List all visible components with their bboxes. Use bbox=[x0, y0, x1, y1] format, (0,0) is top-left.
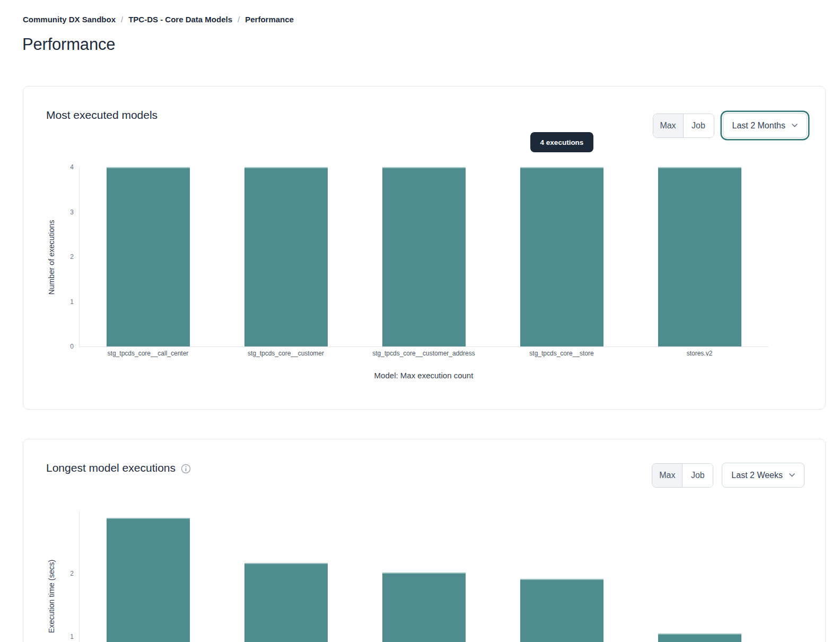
most-executed-models-card: Most executed models Max Job Last 2 Mont… bbox=[23, 86, 826, 410]
bar-stg_tpcds_core__customer[interactable] bbox=[244, 167, 328, 346]
x-category-label: stg_tpcds_core__store bbox=[493, 350, 631, 357]
x-category-label: stg_tpcds_core__customer bbox=[217, 350, 355, 357]
y-tick-label: 0 bbox=[58, 343, 74, 350]
y-axis-title: Execution time (secs) bbox=[47, 560, 56, 634]
y-tick-label: 3 bbox=[58, 209, 74, 216]
y-tick-label: 2 bbox=[58, 253, 74, 261]
bar-series-1[interactable] bbox=[244, 563, 328, 642]
breadcrumb-separator: / bbox=[238, 15, 240, 24]
x-category-label: stg_tpcds_core__customer_address bbox=[355, 350, 493, 357]
y-axis-line bbox=[79, 167, 80, 346]
bar-stg_tpcds_core__store[interactable] bbox=[520, 167, 603, 346]
bar-series-0[interactable] bbox=[107, 518, 190, 642]
breadcrumb-separator: / bbox=[121, 15, 123, 24]
y-tick-label: 4 bbox=[58, 163, 74, 171]
page-title: Performance bbox=[22, 35, 115, 54]
chart-tooltip: 4 executions bbox=[530, 132, 593, 152]
x-axis-title: Model: Max execution count bbox=[79, 371, 768, 380]
bar-series-2[interactable] bbox=[382, 572, 466, 642]
bar-stores.v2[interactable] bbox=[658, 167, 741, 346]
x-category-label: stores.v2 bbox=[631, 350, 768, 357]
longest-model-executions-card: Longest model executions Max Job Last 2 … bbox=[23, 439, 826, 642]
y-axis-title: Number of executions bbox=[47, 220, 56, 294]
breadcrumb-environment[interactable]: TPC-DS - Core Data Models bbox=[128, 15, 232, 24]
bar-series-3[interactable] bbox=[520, 579, 603, 642]
y-axis-line bbox=[79, 511, 80, 642]
bar-stg_tpcds_core__call_center[interactable] bbox=[107, 167, 190, 346]
y-tick-label: 1 bbox=[58, 633, 74, 640]
performance-page: Community DX Sandbox / TPC-DS - Core Dat… bbox=[0, 0, 840, 642]
x-axis-line bbox=[79, 346, 768, 347]
breadcrumb-current: Performance bbox=[245, 15, 294, 24]
most-executed-models-chart: 01234stg_tpcds_core__call_centerstg_tpcd… bbox=[23, 86, 825, 409]
bar-series-4[interactable] bbox=[658, 634, 741, 642]
y-tick-label: 2 bbox=[58, 570, 74, 577]
breadcrumb-project[interactable]: Community DX Sandbox bbox=[23, 15, 116, 24]
breadcrumb: Community DX Sandbox / TPC-DS - Core Dat… bbox=[23, 15, 294, 24]
y-tick-label: 1 bbox=[58, 298, 74, 306]
x-category-label: stg_tpcds_core__call_center bbox=[79, 350, 217, 357]
bar-stg_tpcds_core__customer_address[interactable] bbox=[382, 167, 466, 346]
longest-model-executions-chart: 12 bbox=[23, 439, 825, 642]
